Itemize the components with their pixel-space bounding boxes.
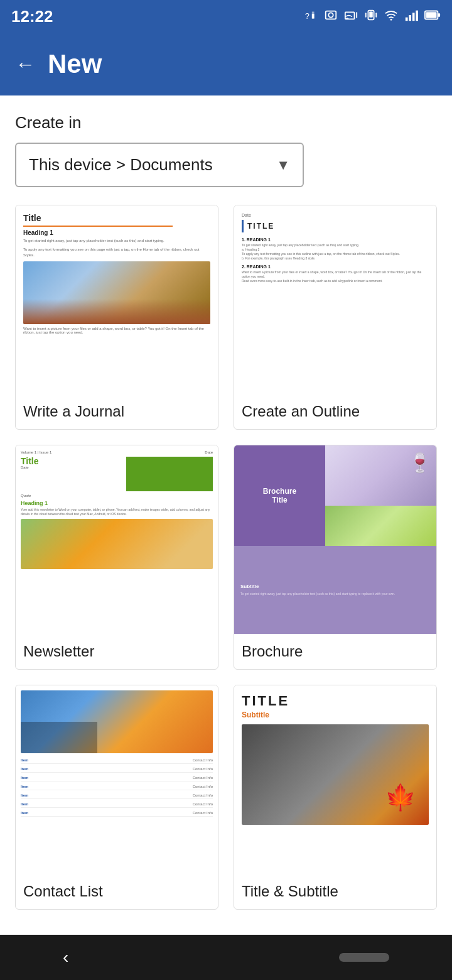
outline-blue-accent [242,220,244,232]
template-label-newsletter: Newsletter [16,634,218,669]
brochure-body-text: To get started right away, just tap any … [240,592,430,596]
dropdown-arrow-icon: ▼ [276,157,290,173]
template-label-outline: Create an Outline [234,394,436,429]
outline-section-1: 1. READING 1 To get started right away, … [242,237,429,261]
vibrate-icon [364,8,378,25]
nav-back-button[interactable]: ‹ [63,947,68,967]
nl-quote: Quote [21,494,213,498]
location-text: This device > Documents [29,155,213,175]
template-label-contact: Contact List [16,874,218,909]
template-card-title-sub[interactable]: TITLE Subtitle Title & Subtitle [234,685,437,910]
pts-subtitle: Subtitle [242,710,429,719]
template-card-journal[interactable]: Title Heading 1 To get started right awa… [15,205,218,430]
nav-home-indicator[interactable] [339,953,389,962]
contact-row-2: Item Contact Info [21,766,213,773]
location-dropdown[interactable]: This device > Documents ▼ [15,143,304,187]
contact-value-2: Contact Info [193,767,213,771]
svg-text:?: ? [305,11,309,20]
contact-value-6: Contact Info [193,802,213,806]
newsletter-preview-content: Volume 1 | Issue 1 Date Title Date Quote… [16,445,218,634]
template-preview-brochure: BrochureTitle Subtitle To get started ri… [234,445,436,634]
brochure-title-box: BrochureTitle [234,445,325,546]
battery-icon [424,8,441,25]
brochure-preview-content: BrochureTitle Subtitle To get started ri… [234,445,436,634]
back-button[interactable]: ← [15,53,35,76]
nl-text: Yore add this newsletter to Word on your… [21,508,213,516]
svg-rect-7 [369,11,373,17]
journal-orange-divider [23,226,173,227]
contact-row-7: Item Contact Info [21,810,213,817]
template-preview-newsletter: Volume 1 | Issue 1 Date Title Date Quote… [16,445,218,634]
contact-value-7: Contact Info [193,811,213,815]
nl-image [21,519,213,569]
journal-image [23,261,210,324]
pts-background-image [242,724,429,825]
signal-icon: ? [304,8,318,25]
status-time: 12:22 [11,7,53,26]
svg-rect-17 [438,13,440,17]
outline-body-2: Want to insert a picture from your files… [242,270,429,279]
template-card-brochure[interactable]: BrochureTitle Subtitle To get started ri… [234,445,437,670]
nl-heading: Heading 1 [21,500,213,506]
contact-value-4: Contact Info [193,785,213,788]
contact-label-2: Item [21,767,28,771]
contact-row-4: Item Contact Info [21,783,213,790]
navigation-bar: ‹ [0,935,452,980]
outline-body-1b: a. Heading 2 [242,248,429,252]
outline-body-1c: To apply any text formatting you see in … [242,252,429,256]
contact-value-1: Contact Info [193,758,213,762]
contact-rows: Item Contact Info Item Contact Info Item… [21,757,213,817]
content-area: Create in This device > Documents ▼ Titl… [0,95,452,937]
status-bar: 12:22 ? [0,0,452,33]
outline-section-2: 2. READING 1 Want to insert a picture fr… [242,264,429,283]
template-card-newsletter[interactable]: Volume 1 | Issue 1 Date Title Date Quote… [15,445,218,670]
template-preview-title-sub: TITLE Subtitle [234,685,436,874]
journal-bottom-text: Want to insert a picture from your files… [23,327,210,334]
contact-value-3: Contact Info [193,776,213,780]
brochure-photo-bottom [325,506,436,546]
nl-green-box [126,457,213,491]
brochure-photo-top [325,445,436,506]
contact-header-image [21,690,213,753]
nl-date-header: Date [205,450,213,454]
contact-row-6: Item Contact Info [21,801,213,808]
wifi-icon [384,8,398,25]
cast-icon [344,8,358,25]
template-card-outline[interactable]: Date TITLE 1. READING 1 To get started r… [234,205,437,430]
template-label-journal: Write a Journal [16,394,218,429]
outline-preview-content: Date TITLE 1. READING 1 To get started r… [234,205,436,394]
pts-main-title: TITLE [242,693,429,709]
template-card-contact-list[interactable]: Item Contact Info Item Contact Info Item… [15,685,218,910]
nl-volume: Volume 1 | Issue 1 [21,450,51,454]
contact-label-7: Item [21,811,28,815]
outline-title: TITLE [247,222,274,231]
contact-row-3: Item Contact Info [21,775,213,781]
contact-label-5: Item [21,793,28,797]
template-preview-journal: Title Heading 1 To get started right awa… [16,205,218,394]
page-title: New [48,49,102,79]
brochure-top-section: BrochureTitle [234,445,436,546]
svg-rect-9 [375,13,377,17]
svg-rect-16 [426,12,437,18]
outline-reading-1: 1. READING 1 [242,237,429,242]
contact-label-1: Item [21,758,28,762]
journal-tip-text: To apply any text formatting you see on … [23,247,210,258]
contact-label-3: Item [21,776,28,780]
journal-preview-title: Title [23,213,210,223]
title-sub-preview-content: TITLE Subtitle [234,685,436,874]
brochure-right-photos [325,445,436,546]
outline-date: Date [242,213,429,217]
template-label-brochure: Brochure [234,634,436,669]
contact-label-6: Item [21,802,28,806]
create-in-label: Create in [15,113,437,133]
outline-body-1: To get started right away, just tap any … [242,243,429,248]
screenshot-icon [324,8,338,25]
signal-strength-icon [404,8,418,25]
template-label-title-sub: Title & Subtitle [234,874,436,909]
brochure-title-text: BrochureTitle [263,487,296,504]
outline-title-row: TITLE [242,220,429,232]
svg-rect-2 [312,14,315,18]
outline-reading-2: 2. READING 1 [242,264,429,269]
header: ← New [0,33,452,95]
contact-label-4: Item [21,785,28,788]
